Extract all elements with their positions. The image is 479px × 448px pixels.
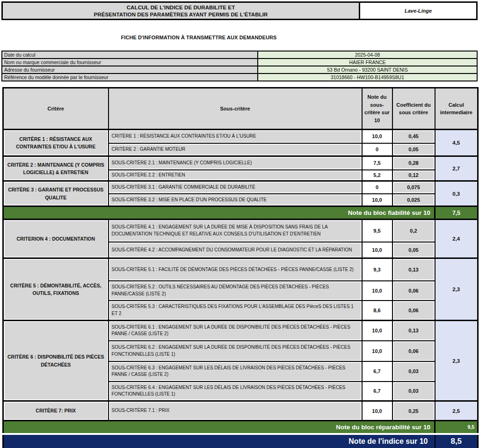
coefficient-cell: 0,28 <box>392 156 435 170</box>
info-value: 53 Bd Ornano - 93200 SAINT DENIS <box>258 66 477 73</box>
intermediate-cell: 2,3 <box>435 258 478 321</box>
table-row: CRITÈRE 1 : RÉSISTANCE AUX CONTRAINTES E… <box>3 130 478 143</box>
final-index-value: 8,5 <box>435 434 478 448</box>
note-cell: 9,5 <box>362 220 392 242</box>
info-value: 31018660 - HW100-B14959S8U1 <box>258 73 477 81</box>
fiability-value: 7,5 <box>435 206 478 220</box>
coefficient-cell: 0,06 <box>392 301 435 321</box>
coefficient-cell: 0,03 <box>392 382 435 401</box>
note-cell: 6,7 <box>362 382 392 401</box>
intermediate-cell: 2,5 <box>435 401 478 421</box>
column-header-note: Note du sous-critère sur 10 <box>362 88 392 130</box>
intermediate-cell: 4,5 <box>435 130 478 156</box>
note-cell: 10,0 <box>362 281 392 301</box>
note-cell: 9,3 <box>362 258 392 281</box>
coefficient-cell: 0,2 <box>392 220 435 242</box>
final-index-row: Note de l'indice sur 10 8,5 <box>3 434 478 448</box>
criterion-cell: CRITÈRE 7: PRIX <box>3 401 109 421</box>
note-cell: 8,6 <box>362 301 392 321</box>
fiability-score-row: Note du bloc fiabilité sur 10 7,5 <box>3 206 478 220</box>
subcriterion-cell: CRITÈRE 1 : RÉSISTANCE AUX CONTRAINTES E… <box>109 130 362 143</box>
note-cell: 5,2 <box>362 170 392 181</box>
coefficient-cell: 0,025 <box>392 194 435 206</box>
document-title: CALCUL DE L'INDICE DE DURABILITE ET PRÉS… <box>3 3 360 19</box>
subcriterion-cell: SOUS-CRITÈRE 5.1 : FACILITÉ DE DÉMONTAGE… <box>109 258 362 281</box>
document-subtitle: FICHE D'INFORMATION À TRANSMETTRE AUX DE… <box>0 35 398 40</box>
column-header-coefficient: Coefficient du sous critère <box>392 88 435 130</box>
repairability-label: Note du bloc réparabilité sur 10 <box>3 421 435 434</box>
criterion-cell: CRITÈRE 2 : MAINTENANCE (Y COMPRIS LOGIC… <box>3 156 109 181</box>
intermediate-cell: 2,7 <box>435 156 478 181</box>
subcriterion-cell: SOUS-CRITÈRE 4.2 : ACCOMPAGNEMENT DU CON… <box>109 242 362 258</box>
coefficient-cell: 0,05 <box>392 143 435 156</box>
coefficient-cell: 0,06 <box>392 341 435 361</box>
coefficient-cell: 0,05 <box>392 242 435 258</box>
subcriterion-cell: SOUS-CRITÈRE 6.2 : ENGAGEMENT SUR LA DUR… <box>109 341 362 361</box>
note-cell: 10,0 <box>362 341 392 361</box>
repairability-score-row: Note du bloc réparabilité sur 10 9,5 <box>3 421 478 434</box>
info-value: HAIER FRANCE <box>258 59 477 66</box>
column-header-criterion: Critère <box>3 88 109 130</box>
column-header-subcriterion: Sous-critère <box>109 88 362 130</box>
note-cell: 7,5 <box>362 156 392 170</box>
intermediate-cell: 2,3 <box>435 321 478 401</box>
criteria-table-header: Critère Sous-critère Note du sous-critèr… <box>3 88 478 130</box>
fiability-label: Note du bloc fiabilité sur 10 <box>3 206 435 220</box>
repairability-value: 9,5 <box>435 421 478 434</box>
info-label: Nom ou marque commerciale du fournisseur <box>2 59 258 66</box>
criterion-cell: CRITÈRE 1 : RÉSISTANCE AUX CONTRAINTES E… <box>3 130 109 156</box>
coefficient-cell: 0,06 <box>392 281 435 301</box>
coefficient-cell: 0,075 <box>392 181 435 194</box>
criterion-cell: CRITÈRE 6 : DISPONIBILITÉ DES PIÈCES DÉT… <box>3 321 109 401</box>
note-cell: 0 <box>362 181 392 194</box>
table-row: CRITÈRE 3 : GARANTIE ET PROCESSUS QUALIT… <box>3 181 478 194</box>
subcriterion-cell: SOUS-CRITÈRE 2.1 : MAINTENANCE (Y COMPRI… <box>109 156 362 170</box>
info-value: 2025-04-08 <box>258 51 477 59</box>
product-category-box: Lave-Linge <box>360 3 476 19</box>
subcriterion-cell: SOUS-CRITÈRE 5.2 : OUTILS NÉCESSAIRES AU… <box>109 281 362 301</box>
note-cell: 10,0 <box>362 194 392 206</box>
criterion-cell: CRITERION 4 : DOCUMENTATION <box>3 220 109 258</box>
final-index-label: Note de l'indice sur 10 <box>3 434 435 448</box>
intermediate-cell: 0,3 <box>435 181 478 206</box>
subcriterion-cell: SOUS-CRITÈRE 6.1 : ENGAGEMENT SUR LA DUR… <box>109 321 362 341</box>
info-label: Adresse du fournisseur <box>2 66 258 73</box>
subcriterion-cell: SOUS-CRITÈRE 3.2 : MISE EN PLACE D'UN PR… <box>109 194 362 206</box>
coefficient-cell: 0,45 <box>392 130 435 143</box>
info-row-model-reference: Référence du modèle donnée par le fourni… <box>2 73 477 81</box>
criteria-table: Critère Sous-critère Note du sous-critèr… <box>2 87 479 448</box>
note-cell: 6,7 <box>362 361 392 382</box>
coefficient-cell: 0,12 <box>392 170 435 181</box>
durability-index-document: CALCUL DE L'INDICE DE DURABILITE ET PRÉS… <box>0 0 479 448</box>
table-row: CRITÈRE 5 : DÉMONTABILITÉ, ACCÈS, OUTILS… <box>3 258 478 281</box>
intermediate-cell: 2,4 <box>435 220 478 258</box>
table-row: CRITÈRE 7: PRIX SOUS-CRITÈRE 7.1 : PRIX … <box>3 401 478 421</box>
note-cell: 0 <box>362 143 392 156</box>
note-cell: 10,0 <box>362 401 392 421</box>
subcriterion-cell: SOUS-CRITÈRE 2.2 : ENTRETIEN <box>109 170 362 181</box>
title-line1: CALCUL DE L'INDICE DE DURABILITE ET <box>127 5 235 10</box>
info-label: Date du calcul <box>2 51 258 59</box>
coefficient-cell: 0,13 <box>392 258 435 281</box>
subcriterion-cell: SOUS-CRITÈRE 6.3 : ENGAGEMENT SUR LES DÉ… <box>109 361 362 382</box>
subcriterion-cell: SOUS-CRITÈRE 6.4 : ENGAGEMENT SUR LES DÉ… <box>109 382 362 401</box>
supplier-info-table: Date du calcul 2025-04-08 Nom ou marque … <box>1 51 478 81</box>
column-header-intermediate: Calcul intermediaire <box>435 88 478 130</box>
table-row: CRITÈRE 6 : DISPONIBILITÉ DES PIÈCES DÉT… <box>3 321 478 341</box>
coefficient-cell: 0,13 <box>392 321 435 341</box>
criterion-cell: CRITÈRE 3 : GARANTIE ET PROCESSUS QUALIT… <box>3 181 109 206</box>
note-cell: 10,0 <box>362 130 392 143</box>
coefficient-cell: 0,25 <box>392 401 435 421</box>
table-row: CRITERION 4 : DOCUMENTATION SOUS-CRITÈRE… <box>3 220 478 242</box>
info-label: Référence du modèle donnée par le fourni… <box>2 73 258 81</box>
criterion-cell: CRITÈRE 5 : DÉMONTABILITÉ, ACCÈS, OUTILS… <box>3 258 109 321</box>
coefficient-cell: 0,03 <box>392 361 435 382</box>
subcriterion-cell: SOUS-CRITÈRE 4.1 : ENGAGEMENT SUR LA DUR… <box>109 220 362 242</box>
title-line2: PRÉSENTATION DES PARAMÈTRES AYANT PERMIS… <box>94 12 268 17</box>
note-cell: 10,0 <box>362 242 392 258</box>
info-row-date: Date du calcul 2025-04-08 <box>2 51 477 59</box>
info-row-supplier-address: Adresse du fournisseur 53 Bd Ornano - 93… <box>2 66 477 73</box>
note-cell: 10,0 <box>362 321 392 341</box>
table-row: CRITÈRE 2 : MAINTENANCE (Y COMPRIS LOGIC… <box>3 156 478 170</box>
info-row-supplier-name: Nom ou marque commerciale du fournisseur… <box>2 59 477 66</box>
